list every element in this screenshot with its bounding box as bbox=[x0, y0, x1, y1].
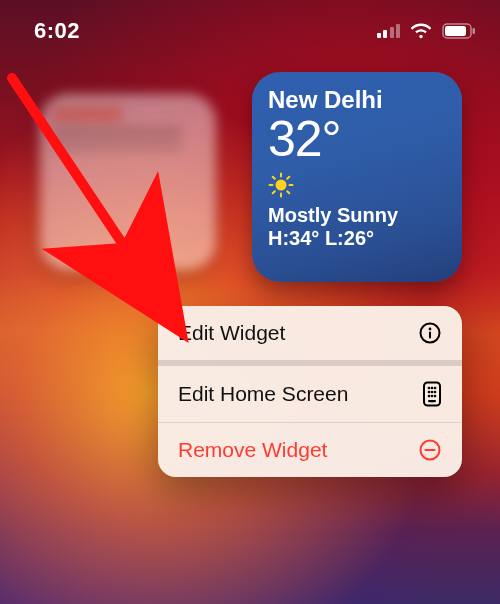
svg-rect-14 bbox=[429, 332, 431, 339]
minus-circle-icon bbox=[418, 438, 442, 462]
weather-widget[interactable]: New Delhi 32° Mostly Sunny H:34° L:26° bbox=[252, 72, 462, 282]
svg-point-13 bbox=[429, 328, 432, 331]
weather-high-low: H:34° L:26° bbox=[268, 227, 448, 250]
sun-icon bbox=[268, 172, 448, 202]
status-bar: 6:02 bbox=[0, 0, 500, 52]
menu-item-label: Edit Widget bbox=[178, 321, 285, 345]
svg-point-21 bbox=[434, 391, 437, 394]
svg-point-20 bbox=[431, 391, 434, 394]
svg-point-23 bbox=[431, 395, 434, 398]
svg-rect-25 bbox=[428, 400, 436, 402]
context-menu: Edit Widget Edit Home Screen Remove Widg… bbox=[158, 306, 462, 477]
wifi-icon bbox=[410, 23, 432, 39]
svg-point-24 bbox=[434, 395, 437, 398]
weather-city: New Delhi bbox=[268, 88, 448, 112]
weather-temperature: 32° bbox=[268, 114, 448, 164]
svg-rect-2 bbox=[473, 28, 476, 34]
cellular-icon bbox=[377, 24, 401, 38]
info-circle-icon bbox=[418, 321, 442, 345]
status-time: 6:02 bbox=[34, 18, 80, 44]
svg-point-22 bbox=[428, 395, 431, 398]
svg-point-16 bbox=[428, 387, 431, 390]
remove-widget-item[interactable]: Remove Widget bbox=[158, 423, 462, 477]
status-icons bbox=[377, 23, 477, 39]
svg-rect-1 bbox=[445, 26, 466, 36]
svg-point-19 bbox=[428, 391, 431, 394]
menu-item-label: Remove Widget bbox=[178, 438, 327, 462]
svg-line-9 bbox=[287, 191, 289, 193]
svg-point-3 bbox=[276, 180, 287, 191]
edit-home-screen-item[interactable]: Edit Home Screen bbox=[158, 366, 462, 423]
svg-line-10 bbox=[287, 177, 289, 179]
svg-line-11 bbox=[273, 191, 275, 193]
edit-widget-item[interactable]: Edit Widget bbox=[158, 306, 462, 366]
svg-point-17 bbox=[431, 387, 434, 390]
menu-item-label: Edit Home Screen bbox=[178, 382, 348, 406]
homescreen-icon bbox=[422, 381, 442, 407]
weather-condition: Mostly Sunny bbox=[268, 204, 448, 227]
background-widget-blurred bbox=[40, 94, 216, 270]
svg-point-18 bbox=[434, 387, 437, 390]
svg-line-8 bbox=[273, 177, 275, 179]
battery-icon bbox=[442, 23, 476, 39]
